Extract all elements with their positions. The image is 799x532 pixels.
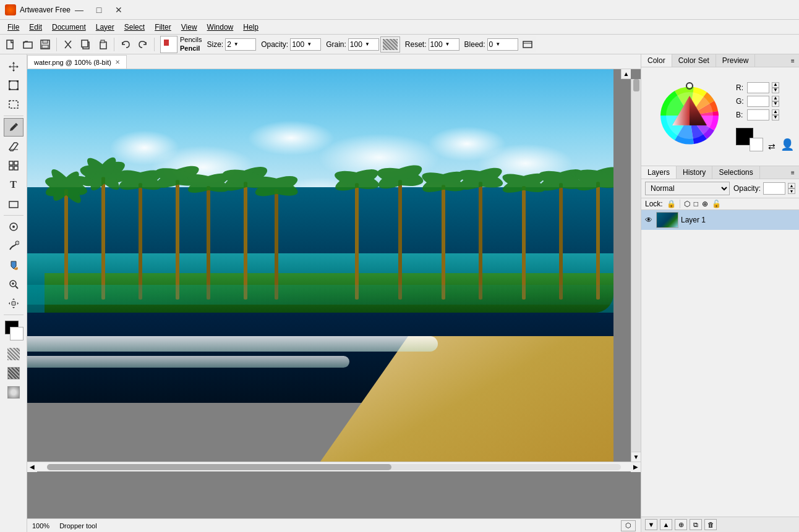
b-input[interactable]: 0 <box>747 109 769 120</box>
user-icon[interactable]: 👤 <box>780 138 794 151</box>
tool-text[interactable]: T <box>4 175 24 194</box>
canvas-vscrollbar[interactable]: ▼ <box>631 79 641 462</box>
r-down[interactable]: ▼ <box>772 88 779 93</box>
g-down[interactable]: ▼ <box>772 101 779 107</box>
tool-pattern-1[interactable] <box>4 345 24 363</box>
tab-history[interactable]: History <box>677 166 712 179</box>
move-layer-down-btn[interactable]: ▼ <box>645 519 657 530</box>
menu-select[interactable]: Select <box>119 22 150 33</box>
tool-paint[interactable] <box>4 256 24 274</box>
color-boxes <box>2 319 25 342</box>
opacity-up[interactable]: ▲ <box>788 183 795 188</box>
tool-pencil[interactable] <box>4 118 24 137</box>
menu-edit[interactable]: Edit <box>24 22 47 33</box>
move-layer-up-btn[interactable]: ▲ <box>660 519 672 530</box>
tool-shape[interactable] <box>4 195 24 213</box>
menu-window[interactable]: Window <box>202 22 239 33</box>
menu-layer[interactable]: Layer <box>91 22 119 33</box>
tool-pattern-3[interactable] <box>4 383 24 402</box>
g-label: G: <box>736 97 745 106</box>
close-button[interactable]: ✕ <box>110 4 127 16</box>
lock-alpha-icon[interactable]: □ <box>694 200 698 208</box>
scroll-right-btn[interactable]: ▶ <box>631 462 641 472</box>
size-dropdown[interactable]: 2 <box>225 38 256 51</box>
r-spinner[interactable]: ▲ ▼ <box>772 82 779 93</box>
b-spinner[interactable]: ▲ ▼ <box>772 109 779 120</box>
tab-preview[interactable]: Preview <box>716 54 756 67</box>
scroll-left-btn[interactable]: ◀ <box>27 462 37 472</box>
tool-transform[interactable] <box>4 76 24 95</box>
g-input[interactable]: 0 <box>747 96 769 107</box>
b-down[interactable]: ▼ <box>772 115 779 120</box>
menu-document[interactable]: Document <box>47 22 91 33</box>
size-value: 2 <box>227 40 231 49</box>
lock-position-icon[interactable]: 🔒 <box>667 200 676 208</box>
opacity-input[interactable]: 100 <box>763 182 785 195</box>
copy-button[interactable] <box>77 36 93 53</box>
menu-bar: File Edit Document Layer Select Filter V… <box>0 20 799 35</box>
layer-visibility-btn[interactable]: 👁 <box>644 215 654 225</box>
bleed-value: 0 <box>489 40 494 49</box>
open-button[interactable] <box>20 36 36 53</box>
texture-button[interactable] <box>380 36 400 53</box>
duplicate-layer-btn[interactable]: ⧉ <box>690 519 702 530</box>
menu-filter[interactable]: Filter <box>150 22 176 33</box>
paste-button[interactable] <box>95 36 111 53</box>
opacity-spinner: ▲ ▼ <box>788 183 795 194</box>
tool-zoom[interactable] <box>4 275 24 293</box>
canvas-tab-close[interactable]: ✕ <box>115 59 120 65</box>
tab-selections[interactable]: Selections <box>712 166 759 179</box>
status-btn[interactable]: ⬡ <box>621 520 636 531</box>
layer-item[interactable]: 👁 Layer 1 <box>641 210 799 230</box>
h-scroll-thumb[interactable] <box>47 464 391 470</box>
blend-mode-select[interactable]: Normal <box>645 182 730 195</box>
redo-button[interactable] <box>135 36 151 53</box>
background-color[interactable] <box>10 327 24 340</box>
tab-color[interactable]: Color <box>641 54 672 67</box>
tool-select-rect[interactable] <box>4 95 24 114</box>
extra-button[interactable] <box>519 36 536 53</box>
layer-name: Layer 1 <box>681 216 797 224</box>
tab-color-set[interactable]: Color Set <box>672 54 716 67</box>
new-layer-btn[interactable]: ⊕ <box>675 519 687 530</box>
tool-eraser[interactable] <box>4 137 24 156</box>
new-button[interactable] <box>2 36 19 53</box>
lock-extra-icon[interactable]: 🔓 <box>712 200 721 208</box>
color-panel-menu-btn[interactable]: ≡ <box>787 54 799 67</box>
opacity-down[interactable]: ▼ <box>788 188 795 194</box>
tool-pan[interactable] <box>4 294 24 313</box>
menu-help[interactable]: Help <box>238 22 263 33</box>
grain-dropdown[interactable]: 100 <box>348 38 379 51</box>
opacity-dropdown[interactable]: 100 <box>290 38 321 51</box>
lock-all-icon[interactable]: ⊕ <box>702 200 708 208</box>
cut-button[interactable] <box>60 36 76 53</box>
canvas-tab-water[interactable]: water.png @ 100% (8-bit) ✕ <box>27 55 127 69</box>
swap-colors-btn[interactable]: ⇄ <box>768 141 776 151</box>
tool-clone[interactable] <box>4 217 24 236</box>
bg-swatch[interactable] <box>750 138 763 151</box>
menu-file[interactable]: File <box>2 22 24 33</box>
minimize-button[interactable]: — <box>70 4 88 16</box>
horizontal-scrollbar[interactable]: ◀ ▶ <box>27 462 641 471</box>
canvas-container[interactable]: ▲ ▼ <box>27 69 641 462</box>
tool-pattern-2[interactable] <box>4 364 24 382</box>
g-spinner[interactable]: ▲ ▼ <box>772 96 779 107</box>
opacity-param: Opacity: 100 <box>261 38 321 51</box>
reset-dropdown[interactable]: 100 <box>429 38 459 51</box>
maximize-button[interactable]: □ <box>90 4 108 16</box>
menu-view[interactable]: View <box>176 22 202 33</box>
tool-move[interactable] <box>4 57 24 75</box>
tab-layers[interactable]: Layers <box>641 166 677 179</box>
svg-rect-48 <box>559 184 563 300</box>
delete-layer-btn[interactable]: 🗑 <box>704 519 717 530</box>
svg-rect-39 <box>176 180 179 300</box>
bleed-dropdown[interactable]: 0 <box>487 38 518 51</box>
lock-pixels-icon[interactable]: ⬡ <box>684 200 690 208</box>
r-input[interactable]: 0 <box>747 82 769 93</box>
tool-smudge[interactable] <box>4 237 24 255</box>
save-button[interactable] <box>37 36 53 53</box>
undo-button[interactable] <box>118 36 134 53</box>
color-wheel[interactable] <box>646 72 733 161</box>
tool-grid[interactable] <box>4 156 24 175</box>
layers-panel-menu-btn[interactable]: ≡ <box>787 166 799 179</box>
